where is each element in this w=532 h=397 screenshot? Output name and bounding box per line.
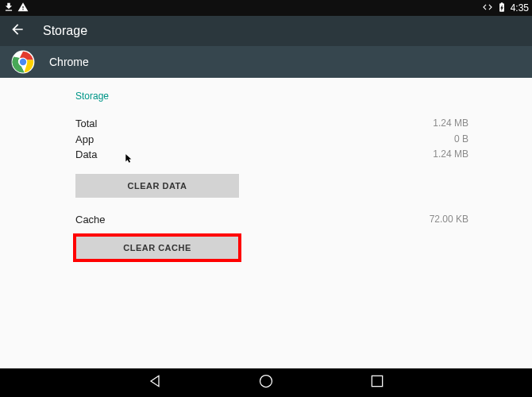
total-label: Total — [75, 116, 97, 132]
row-total: Total 1.24 MB — [75, 116, 468, 132]
clear-cache-button[interactable]: CLEAR CACHE — [75, 236, 239, 260]
status-bar: 4:35 — [0, 0, 532, 16]
clear-data-button[interactable]: CLEAR DATA — [75, 174, 239, 198]
nav-bar — [0, 368, 532, 397]
svg-rect-4 — [372, 376, 382, 386]
action-bar: Storage — [0, 16, 532, 46]
nav-recent-icon[interactable] — [369, 373, 385, 392]
cache-label: Cache — [75, 212, 106, 228]
nav-home-icon[interactable] — [258, 373, 274, 392]
status-right: 4:35 — [482, 2, 529, 15]
total-value: 1.24 MB — [433, 116, 468, 132]
data-label: Data — [75, 147, 97, 163]
row-cache: Cache 72.00 KB — [75, 212, 468, 228]
battery-icon — [496, 2, 507, 15]
row-data: Data 1.24 MB — [75, 147, 468, 163]
app-bar: Chrome — [0, 46, 532, 78]
action-bar-title: Storage — [43, 24, 87, 38]
app-name: Chrome — [49, 56, 89, 68]
app-value: 0 B — [454, 132, 468, 148]
status-left — [3, 2, 29, 15]
content: Storage Total 1.24 MB App 0 B Data 1.24 … — [0, 78, 532, 260]
chrome-icon — [11, 50, 35, 74]
back-icon[interactable] — [10, 21, 25, 40]
code-icon — [482, 2, 493, 15]
section-title-storage: Storage — [75, 91, 468, 102]
download-icon — [3, 2, 14, 15]
row-app: App 0 B — [75, 132, 468, 148]
svg-point-2 — [20, 59, 26, 65]
app-label: App — [75, 132, 94, 148]
cache-value: 72.00 KB — [430, 212, 468, 228]
warning-icon — [17, 2, 29, 15]
status-time: 4:35 — [511, 2, 529, 13]
nav-back-icon[interactable] — [147, 373, 163, 392]
svg-point-3 — [260, 376, 272, 387]
data-value: 1.24 MB — [433, 147, 468, 163]
